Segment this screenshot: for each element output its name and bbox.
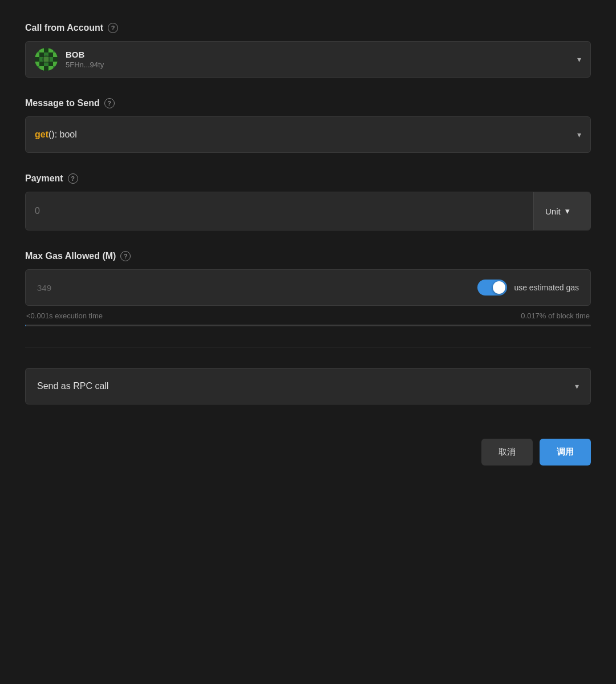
svg-rect-5: [53, 48, 58, 52]
payment-input-area: [26, 192, 533, 230]
svg-rect-20: [53, 62, 58, 66]
message-keyword: get: [35, 129, 48, 139]
payment-unit-label: Unit: [545, 207, 561, 216]
send-as-label: Send as RPC call: [37, 381, 108, 391]
payment-help-icon[interactable]: ?: [68, 173, 78, 184]
account-info: BOB 5FHn...94ty: [35, 48, 104, 71]
send-as-chevron: ▾: [575, 382, 579, 391]
message-to-send-section: Message to Send ? get(): bool ▾: [25, 98, 591, 153]
payment-title: Payment: [25, 173, 63, 184]
svg-point-26: [42, 55, 50, 63]
message-dropdown-chevron: ▾: [577, 130, 581, 139]
message-content: get(): bool: [35, 129, 77, 140]
svg-rect-15: [53, 57, 58, 62]
use-estimated-gas-toggle[interactable]: [477, 280, 507, 296]
divider: [25, 347, 591, 347]
gas-input-row: 349 use estimated gas: [25, 269, 591, 306]
message-dropdown[interactable]: get(): bool ▾: [25, 116, 591, 153]
payment-unit-chevron: ▾: [565, 206, 570, 216]
payment-section: Payment ? Unit ▾: [25, 173, 591, 230]
message-to-send-title: Message to Send: [25, 98, 100, 108]
gas-progress-bar-container: [25, 325, 591, 326]
svg-rect-24: [48, 66, 53, 71]
send-as-section: Send as RPC call ▾: [25, 368, 591, 404]
svg-rect-4: [48, 48, 53, 52]
account-name: BOB: [66, 50, 104, 59]
account-dropdown-chevron: ▾: [577, 55, 581, 64]
invoke-button[interactable]: 调用: [540, 439, 591, 466]
max-gas-label: Max Gas Allowed (M) ?: [25, 251, 591, 261]
send-as-dropdown[interactable]: Send as RPC call ▾: [25, 368, 591, 404]
message-to-send-label: Message to Send ?: [25, 98, 591, 108]
gas-toggle-area: use estimated gas: [477, 280, 579, 296]
max-gas-help-icon[interactable]: ?: [120, 251, 131, 261]
svg-rect-22: [39, 66, 44, 71]
message-rest: (): bool: [48, 129, 77, 139]
svg-rect-1: [35, 48, 39, 52]
max-gas-title: Max Gas Allowed (M): [25, 251, 116, 261]
cancel-button[interactable]: 取消: [481, 439, 533, 466]
payment-label: Payment ?: [25, 173, 591, 184]
max-gas-section: Max Gas Allowed (M) ? 349 use estimated …: [25, 251, 591, 326]
gas-value: 349: [37, 283, 51, 293]
svg-rect-10: [53, 52, 58, 57]
payment-unit-button[interactable]: Unit ▾: [533, 192, 590, 230]
block-time-pct: 0.017% of block time: [521, 311, 590, 320]
payment-input[interactable]: [35, 206, 524, 216]
svg-rect-7: [39, 52, 44, 57]
svg-rect-2: [39, 48, 44, 52]
payment-row: Unit ▾: [25, 192, 591, 230]
avatar: [35, 48, 58, 71]
svg-rect-25: [53, 66, 58, 71]
gas-info-row: <0.001s execution time 0.017% of block t…: [25, 306, 591, 320]
toggle-slider: [477, 280, 507, 296]
svg-rect-11: [35, 57, 39, 62]
svg-rect-19: [48, 62, 53, 66]
svg-rect-17: [39, 62, 44, 66]
call-from-account-section: Call from Account ?: [25, 23, 591, 78]
svg-rect-3: [44, 48, 48, 52]
svg-rect-21: [35, 66, 39, 71]
svg-rect-16: [35, 62, 39, 66]
use-estimated-gas-label: use estimated gas: [514, 283, 579, 292]
account-dropdown[interactable]: BOB 5FHn...94ty ▾: [25, 41, 591, 78]
execution-time: <0.001s execution time: [26, 311, 103, 320]
footer-buttons: 取消 调用: [25, 439, 591, 466]
call-from-account-title: Call from Account: [25, 23, 103, 33]
call-from-account-help-icon[interactable]: ?: [108, 23, 118, 33]
call-from-account-label: Call from Account ?: [25, 23, 591, 33]
svg-rect-6: [35, 52, 39, 57]
svg-rect-9: [48, 52, 53, 57]
account-address: 5FHn...94ty: [66, 60, 104, 69]
account-details: BOB 5FHn...94ty: [66, 50, 104, 69]
message-to-send-help-icon[interactable]: ?: [104, 98, 115, 108]
svg-rect-23: [44, 66, 48, 71]
